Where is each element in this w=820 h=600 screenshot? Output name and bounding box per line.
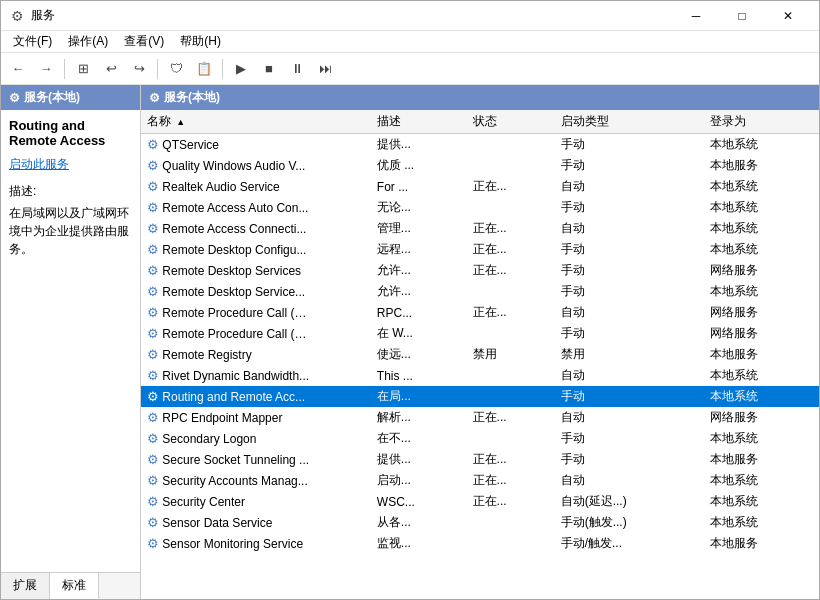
table-row[interactable]: ⚙ Realtek Audio Service For ... 正在... 自动…: [141, 176, 819, 197]
table-row[interactable]: ⚙ Remote Desktop Service... 允许... 手动 本地系…: [141, 281, 819, 302]
service-status: 禁用: [467, 344, 555, 365]
service-name: ⚙ Remote Desktop Configu...: [141, 239, 371, 260]
service-startup: 自动: [555, 407, 704, 428]
service-name: ⚙ Secure Socket Tunneling ...: [141, 449, 371, 470]
service-name: ⚙ Remote Registry: [141, 344, 371, 365]
service-desc: 使远...: [371, 344, 467, 365]
table-row[interactable]: ⚙ Secondary Logon 在不... 手动 本地系统: [141, 428, 819, 449]
maximize-button[interactable]: □: [719, 1, 765, 31]
service-name: ⚙ Remote Procedure Call (…: [141, 323, 371, 344]
service-login: 本地系统: [704, 176, 819, 197]
pause-button[interactable]: ⏸: [284, 57, 310, 81]
service-status: 正在...: [467, 176, 555, 197]
table-row[interactable]: ⚙ Quality Windows Audio V... 优质 ... 手动 本…: [141, 155, 819, 176]
table-row[interactable]: ⚙ RPC Endpoint Mapper 解析... 正在... 自动 网络服…: [141, 407, 819, 428]
menu-help[interactable]: 帮助(H): [172, 31, 229, 52]
service-name: ⚙ Sensor Data Service: [141, 512, 371, 533]
service-login: 本地服务: [704, 344, 819, 365]
table-row[interactable]: ⚙ Remote Access Connecti... 管理... 正在... …: [141, 218, 819, 239]
service-row-icon: ⚙: [147, 410, 159, 425]
service-status: [467, 281, 555, 302]
service-desc: 在不...: [371, 428, 467, 449]
service-name: ⚙ Security Center: [141, 491, 371, 512]
show-hide-button[interactable]: ⊞: [70, 57, 96, 81]
service-row-icon: ⚙: [147, 263, 159, 278]
menu-view[interactable]: 查看(V): [116, 31, 172, 52]
table-row[interactable]: ⚙ Sensor Monitoring Service 监视... 手动/触发.…: [141, 533, 819, 554]
service-startup: 手动: [555, 155, 704, 176]
service-login: 网络服务: [704, 302, 819, 323]
properties-button[interactable]: 📋: [191, 57, 217, 81]
service-name: ⚙ Security Accounts Manag...: [141, 470, 371, 491]
table-row[interactable]: ⚙ Remote Procedure Call (… 在 W... 手动 网络服…: [141, 323, 819, 344]
start-button[interactable]: ▶: [228, 57, 254, 81]
table-row[interactable]: ⚙ Remote Procedure Call (… RPC... 正在... …: [141, 302, 819, 323]
service-desc: RPC...: [371, 302, 467, 323]
table-row[interactable]: ⚙ Sensor Data Service 从各... 手动(触发...) 本地…: [141, 512, 819, 533]
start-service-link[interactable]: 启动此服务: [9, 156, 132, 173]
close-button[interactable]: ✕: [765, 1, 811, 31]
service-login: 本地系统: [704, 197, 819, 218]
service-desc: For ...: [371, 176, 467, 197]
service-desc: WSC...: [371, 491, 467, 512]
service-name: ⚙ Realtek Audio Service: [141, 176, 371, 197]
service-status: [467, 512, 555, 533]
left-panel-header: ⚙ 服务(本地): [1, 85, 140, 110]
toolbar-separator-2: [157, 59, 158, 79]
back-button[interactable]: ←: [5, 57, 31, 81]
service-name: ⚙ Remote Desktop Service...: [141, 281, 371, 302]
service-row-icon: ⚙: [147, 326, 159, 341]
export-button[interactable]: 🛡: [163, 57, 189, 81]
col-desc[interactable]: 描述: [371, 110, 467, 134]
restart-button[interactable]: ⏭: [312, 57, 338, 81]
service-startup: 禁用: [555, 344, 704, 365]
table-row[interactable]: ⚙ Remote Desktop Configu... 远程... 正在... …: [141, 239, 819, 260]
refresh-button[interactable]: ↪: [126, 57, 152, 81]
col-startup[interactable]: 启动类型: [555, 110, 704, 134]
minimize-button[interactable]: ─: [673, 1, 719, 31]
left-panel-content: Routing and Remote Access 启动此服务 描述: 在局域网…: [1, 110, 140, 572]
right-panel-header-icon: ⚙: [149, 91, 160, 105]
table-row[interactable]: ⚙ Secure Socket Tunneling ... 提供... 正在..…: [141, 449, 819, 470]
menu-action[interactable]: 操作(A): [60, 31, 116, 52]
left-panel-header-icon: ⚙: [9, 91, 20, 105]
left-panel-header-text: 服务(本地): [24, 89, 80, 106]
service-desc: This ...: [371, 365, 467, 386]
service-status: [467, 533, 555, 554]
table-row[interactable]: ⚙ Remote Access Auto Con... 无论... 手动 本地系…: [141, 197, 819, 218]
service-row-icon: ⚙: [147, 452, 159, 467]
table-row[interactable]: ⚙ Routing and Remote Acc... 在局... 手动 本地系…: [141, 386, 819, 407]
service-name: ⚙ Rivet Dynamic Bandwidth...: [141, 365, 371, 386]
service-status: [467, 386, 555, 407]
table-row[interactable]: ⚙ Remote Registry 使远... 禁用 禁用 本地服务: [141, 344, 819, 365]
title-bar: ⚙ 服务 ─ □ ✕: [1, 1, 819, 31]
service-login: 本地系统: [704, 470, 819, 491]
service-login: 本地系统: [704, 134, 819, 156]
col-status[interactable]: 状态: [467, 110, 555, 134]
col-name[interactable]: 名称 ▲: [141, 110, 371, 134]
table-row[interactable]: ⚙ Remote Desktop Services 允许... 正在... 手动…: [141, 260, 819, 281]
tab-extended[interactable]: 扩展: [1, 573, 50, 599]
stop-button[interactable]: ■: [256, 57, 282, 81]
tab-standard[interactable]: 标准: [50, 573, 99, 599]
service-status: [467, 134, 555, 156]
up-button[interactable]: ↩: [98, 57, 124, 81]
service-name: ⚙ Quality Windows Audio V...: [141, 155, 371, 176]
table-row[interactable]: ⚙ Security Accounts Manag... 启动... 正在...…: [141, 470, 819, 491]
desc-text: 在局域网以及广域网环境中为企业提供路由服务。: [9, 204, 132, 258]
service-startup: 手动: [555, 386, 704, 407]
service-login: 本地系统: [704, 365, 819, 386]
service-login: 网络服务: [704, 260, 819, 281]
forward-button[interactable]: →: [33, 57, 59, 81]
table-row[interactable]: ⚙ Rivet Dynamic Bandwidth... This ... 自动…: [141, 365, 819, 386]
menu-file[interactable]: 文件(F): [5, 31, 60, 52]
col-login[interactable]: 登录为: [704, 110, 819, 134]
service-login: 本地服务: [704, 533, 819, 554]
table-row[interactable]: ⚙ QTService 提供... 手动 本地系统: [141, 134, 819, 156]
service-desc: 启动...: [371, 470, 467, 491]
sort-arrow-name: ▲: [176, 117, 185, 127]
service-table-container[interactable]: 名称 ▲ 描述 状态 启动类型 登录为 ⚙ QTService 提供... 手动: [141, 110, 819, 599]
service-name: ⚙ Secondary Logon: [141, 428, 371, 449]
service-startup: 手动: [555, 197, 704, 218]
table-row[interactable]: ⚙ Security Center WSC... 正在... 自动(延迟...)…: [141, 491, 819, 512]
